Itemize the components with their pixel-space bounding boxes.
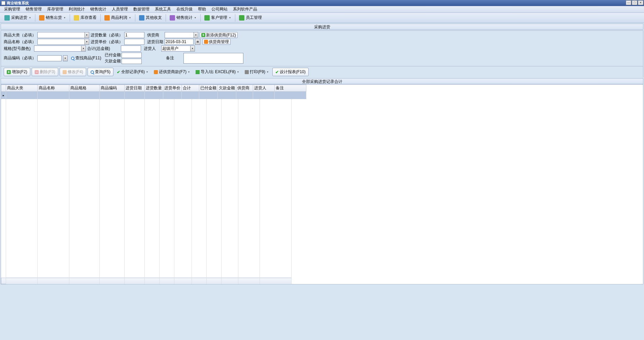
grid-body[interactable] [1,99,643,278]
category-combo[interactable]: ▾ [37,32,89,38]
tool-customer[interactable]: 客户管理▾ [202,13,234,22]
supplier-combo[interactable]: ▾ [165,32,198,38]
column-header[interactable]: 进货单价 [163,85,182,92]
operator-input[interactable] [161,45,190,52]
menu-purchase[interactable]: 采购管理 [1,6,23,13]
design-report-button[interactable]: ✔设计报表(F10) [272,68,309,76]
dropdown-icon[interactable]: ▾ [188,70,190,73]
menu-sales-stat[interactable]: 销售统计 [88,6,109,13]
combo-button[interactable]: ▾ [84,39,89,45]
name-combo[interactable]: ▾ [37,39,89,45]
combo-button[interactable]: ▾ [63,55,68,61]
column-header[interactable]: 进货日期 [125,85,145,92]
column-header[interactable]: 商品名称 [38,85,69,92]
owed-input[interactable] [122,59,142,64]
delete-button[interactable]: 删除(F3) [32,68,58,76]
dropdown-icon[interactable]: ▾ [63,16,66,19]
grid-cell[interactable] [218,92,236,99]
grid-cell[interactable] [38,92,69,99]
excel-button[interactable]: 导入/出 EXCEL(F8)▾ [194,68,241,76]
column-header[interactable]: 进货人 [253,85,275,92]
menu-upgrade[interactable]: 在线升级 [174,6,195,13]
dropdown-icon[interactable]: ▾ [146,70,148,73]
grid-cell[interactable]: ▸ [1,92,6,99]
column-header[interactable]: 欠款金额 [218,85,236,92]
category-input[interactable] [37,32,84,38]
tool-staff[interactable]: 员工管理 [237,13,264,22]
tool-stock[interactable]: 库存查看 [71,13,99,22]
qty-input[interactable] [124,32,144,38]
menu-sales[interactable]: 销售管理 [23,6,44,13]
tool-stat[interactable]: 销售统计▾ [167,13,199,22]
column-header[interactable] [1,85,6,92]
column-header[interactable]: 已付金额 [199,85,218,92]
combo-button[interactable]: ▾ [84,32,89,38]
column-header[interactable]: 合计 [182,85,199,92]
grid-cell[interactable] [199,92,218,99]
edit-button[interactable]: 修改(F4) [60,68,86,76]
query-button[interactable]: 查询(F5) [88,68,113,76]
grid-cell[interactable] [125,92,145,99]
spec-combo[interactable]: ▾ [34,45,86,52]
dropdown-icon[interactable]: ▾ [266,70,269,73]
column-header[interactable]: 备注 [275,85,306,92]
grid-cell[interactable] [236,92,253,99]
grid-cell[interactable] [182,92,199,99]
menu-profit[interactable]: 利润统计 [66,6,88,13]
column-header[interactable]: 商品编码 [100,85,125,92]
price-input[interactable] [124,39,144,45]
tool-sell[interactable]: 销售出货▾ [37,13,68,22]
grid-cell[interactable] [163,92,182,99]
dropdown-icon[interactable]: ▾ [237,70,239,73]
dropdown-icon[interactable]: ▾ [229,16,231,19]
combo-button[interactable]: ▾ [194,32,198,38]
tool-purchase[interactable]: 采购进货▾ [2,13,34,22]
grid-cell[interactable] [253,92,275,99]
repay-button[interactable]: 还供货商款(F7)▾ [152,68,192,76]
remark-input[interactable] [183,53,243,64]
maximize-button[interactable]: □ [632,0,637,5]
dropdown-icon[interactable]: ▾ [194,16,197,19]
operator-combo[interactable]: ▾ [161,45,195,52]
print-button[interactable]: 打印(F9)▾ [243,68,271,76]
all-records-button[interactable]: ✔全部记录(F6)▾ [115,68,150,76]
menu-stock[interactable]: 库存管理 [44,6,66,13]
add-button[interactable]: 增加(F2) [4,68,30,76]
column-header[interactable]: 商品大类 [6,85,38,92]
dropdown-icon[interactable]: ▾ [29,16,31,19]
menu-help[interactable]: 帮助 [195,6,209,13]
table-row[interactable]: ▸ [1,92,306,99]
total-input[interactable] [121,45,141,52]
paid-input[interactable] [122,53,142,58]
supplier-input[interactable] [165,32,194,38]
name-input[interactable] [37,39,84,45]
menu-website[interactable]: 公司网站 [209,6,230,13]
column-header[interactable]: 进货数量 [145,85,163,92]
date-picker-button[interactable]: ▤ [195,39,200,45]
minimize-button[interactable]: — [626,0,631,5]
menu-data[interactable]: 数据管理 [131,6,152,13]
dropdown-icon[interactable]: ▾ [129,16,131,19]
tool-other[interactable]: 其他收支 [137,13,164,22]
column-header[interactable]: 商品规格 [69,85,100,92]
spec-input[interactable] [34,45,81,52]
column-header[interactable]: 供货商 [236,85,253,92]
grid-cell[interactable] [100,92,125,99]
grid-cell[interactable] [69,92,100,99]
search-product-button[interactable]: 查找商品(F11) [69,54,103,62]
grid-cell[interactable] [145,92,163,99]
date-input[interactable] [165,39,194,45]
data-grid[interactable]: 商品大类商品名称商品规格商品编码进货日期进货数量进货单价合计已付金额欠款金额供货… [1,84,643,284]
tool-profit[interactable]: 商品利润▾ [102,13,134,22]
combo-button[interactable]: ▾ [81,45,86,52]
menu-staff[interactable]: 人员管理 [109,6,131,13]
menu-tools[interactable]: 系统工具 [152,6,174,13]
close-button[interactable]: ✕ [638,0,643,5]
add-supplier-button[interactable]: 新添供货商(F12) [200,32,238,38]
code-input[interactable] [37,55,62,61]
manage-supplier-button[interactable]: 供货商管理 [202,39,231,45]
grid-cell[interactable] [275,92,306,99]
menu-products[interactable]: 系列软件产品 [230,6,260,13]
combo-button[interactable]: ▾ [190,45,195,52]
grid-cell[interactable] [6,92,38,99]
